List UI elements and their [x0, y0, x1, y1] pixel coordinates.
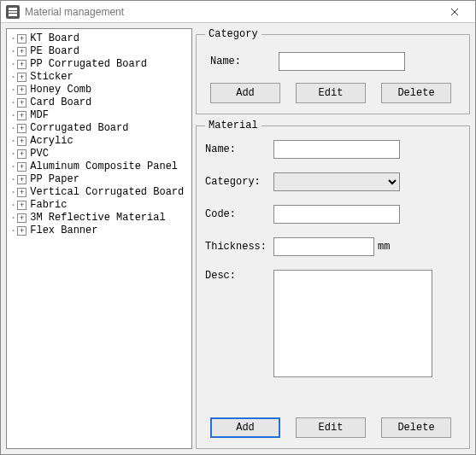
material-edit-button[interactable]: Edit: [296, 417, 366, 438]
tree-expand-icon[interactable]: +: [17, 60, 26, 69]
tree-expand-icon[interactable]: +: [17, 124, 26, 133]
material-desc-row: Desc:: [205, 270, 461, 377]
material-name-label: Name:: [205, 143, 273, 155]
tree-item[interactable]: ·+PP Paper: [9, 173, 190, 186]
category-delete-button[interactable]: Delete: [381, 83, 451, 103]
material-code-label: Code:: [205, 208, 273, 220]
material-category-label: Category:: [205, 176, 273, 188]
material-desc-textarea[interactable]: [273, 270, 432, 377]
tree-item[interactable]: ·+Card Board: [9, 96, 190, 109]
category-name-label: Name:: [210, 55, 279, 67]
tree-item-label: Vertical Corrugated Board: [30, 186, 184, 199]
tree-expand-icon[interactable]: +: [17, 34, 26, 44]
tree-connector: ·: [10, 96, 15, 109]
tree-item-label: Fabric: [30, 199, 67, 212]
tree-item[interactable]: ·+MDF: [9, 109, 190, 122]
close-icon: [450, 8, 459, 16]
tree-item[interactable]: ·+Fabric: [9, 199, 190, 212]
tree-item[interactable]: ·+Vertical Corrugated Board: [9, 186, 190, 199]
category-group: Category Name: Add Edit Delete: [196, 28, 470, 114]
material-name-row: Name:: [205, 140, 461, 159]
tree-connector: ·: [10, 173, 15, 186]
right-panel: Category Name: Add Edit Delete Material …: [196, 28, 470, 449]
tree-item-label: Flex Banner: [30, 225, 97, 237]
material-group: Material Name: Category: Code:: [196, 120, 470, 449]
category-name-input[interactable]: [279, 52, 405, 71]
close-button[interactable]: [438, 2, 472, 22]
tree-item-label: Acrylic: [30, 135, 73, 148]
tree-connector: ·: [10, 135, 15, 148]
tree-item-label: Honey Comb: [30, 84, 91, 96]
tree-item[interactable]: ·+Aluminum Composite Panel: [9, 160, 190, 173]
category-add-button[interactable]: Add: [210, 83, 280, 103]
tree-item-label: MDF: [30, 109, 49, 122]
material-code-row: Code:: [205, 205, 461, 224]
category-buttons: Add Edit Delete: [205, 83, 461, 103]
tree-connector: ·: [10, 71, 15, 84]
tree-connector: ·: [10, 160, 15, 173]
body: ·+KT Board·+PE Board·+PP Corrugated Boar…: [1, 23, 475, 454]
tree-item[interactable]: ·+Flex Banner: [9, 225, 190, 237]
svg-rect-1: [9, 11, 17, 13]
tree-connector: ·: [10, 32, 15, 45]
tree-item[interactable]: ·+PVC: [9, 148, 190, 160]
tree-connector: ·: [10, 225, 15, 237]
material-code-input[interactable]: [273, 205, 400, 224]
app-icon: [6, 5, 20, 19]
thickness-unit: mm: [378, 241, 390, 253]
tree-item[interactable]: ·+Sticker: [9, 71, 190, 84]
tree-item[interactable]: ·+PE Board: [9, 45, 190, 58]
tree-item[interactable]: ·+3M Reflective Material: [9, 212, 190, 225]
material-name-input[interactable]: [273, 140, 400, 159]
material-category-row: Category:: [205, 172, 461, 191]
tree-connector: ·: [10, 148, 15, 160]
titlebar: Material management: [1, 1, 475, 23]
tree-expand-icon[interactable]: +: [17, 98, 26, 108]
material-thickness-input[interactable]: [273, 237, 374, 256]
tree-item[interactable]: ·+KT Board: [9, 32, 190, 45]
tree-expand-icon[interactable]: +: [17, 162, 26, 172]
material-thickness-row: Thickness: mm: [205, 237, 461, 256]
tree-connector: ·: [10, 186, 15, 199]
material-legend: Material: [205, 120, 262, 131]
tree-connector: ·: [10, 212, 15, 225]
material-category-select[interactable]: [273, 172, 400, 191]
tree-item-label: PE Board: [30, 45, 79, 58]
tree-expand-icon[interactable]: +: [17, 188, 26, 197]
category-edit-button[interactable]: Edit: [296, 83, 366, 103]
tree-expand-icon[interactable]: +: [17, 73, 26, 82]
tree-connector: ·: [10, 58, 15, 71]
material-delete-button[interactable]: Delete: [381, 417, 451, 438]
tree-item-label: Aluminum Composite Panel: [30, 160, 178, 173]
tree-item-label: PP Paper: [30, 173, 79, 186]
tree-expand-icon[interactable]: +: [17, 111, 26, 120]
tree-connector: ·: [10, 199, 15, 212]
tree-expand-icon[interactable]: +: [17, 175, 26, 184]
material-add-button[interactable]: Add: [210, 417, 280, 438]
category-tree[interactable]: ·+KT Board·+PE Board·+PP Corrugated Boar…: [6, 28, 192, 449]
category-legend: Category: [205, 28, 262, 40]
material-desc-label: Desc:: [205, 270, 273, 282]
tree-item[interactable]: ·+Honey Comb: [9, 84, 190, 96]
tree-expand-icon[interactable]: +: [17, 201, 26, 210]
tree-expand-icon[interactable]: +: [17, 213, 26, 223]
window-title: Material management: [25, 6, 438, 18]
tree-item[interactable]: ·+Corrugated Board: [9, 122, 190, 135]
svg-rect-0: [9, 8, 17, 10]
tree-item[interactable]: ·+Acrylic: [9, 135, 190, 148]
tree-item[interactable]: ·+PP Corrugated Board: [9, 58, 190, 71]
tree-item-label: 3M Reflective Material: [30, 212, 165, 225]
tree-item-label: PP Corrugated Board: [30, 58, 147, 71]
tree-expand-icon[interactable]: +: [17, 137, 26, 146]
tree-expand-icon[interactable]: +: [17, 85, 26, 95]
tree-expand-icon[interactable]: +: [17, 149, 26, 159]
tree-connector: ·: [10, 109, 15, 122]
tree-item-label: Sticker: [30, 71, 73, 84]
tree-item-label: Corrugated Board: [30, 122, 128, 135]
tree-expand-icon[interactable]: +: [17, 226, 26, 236]
category-name-row: Name:: [210, 52, 461, 71]
window: Material management ·+KT Board·+PE Board…: [0, 0, 476, 455]
material-thickness-label: Thickness:: [205, 241, 273, 253]
tree-item-label: KT Board: [30, 32, 79, 45]
tree-expand-icon[interactable]: +: [17, 47, 26, 56]
